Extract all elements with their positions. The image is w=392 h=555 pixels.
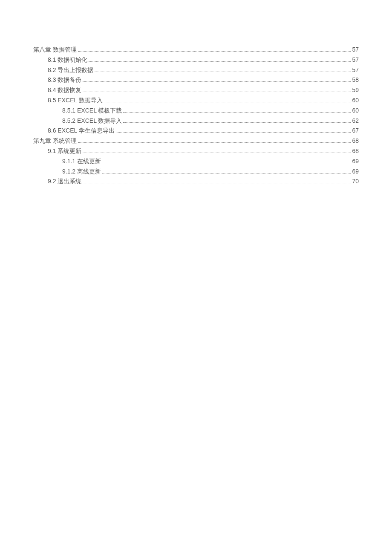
toc-leader-dots [95,72,351,72]
toc-leader-dots [83,153,351,153]
toc-page-number: 57 [352,45,359,55]
toc-entry: 8.6 EXCEL 学生信息导出 67 [33,126,359,136]
toc-entry: 8.1 数据初始化 57 [33,55,359,65]
toc-entry: 8.4 数据恢复 59 [33,85,359,95]
toc-label: 8.2 导出上报数据 [48,65,93,75]
toc-entry: 8.5.1 EXCEL 模板下载 60 [33,106,359,116]
toc-page-number: 58 [352,75,359,85]
toc-entry: 9.2 退出系统 70 [33,176,359,187]
toc-leader-dots [78,51,351,52]
toc-leader-dots [83,92,351,92]
toc-page-number: 69 [352,156,359,167]
table-of-contents: 第八章 数据管理 57 8.1 数据初始化 57 8.2 导出上报数据 57 8… [33,45,359,187]
toc-label: 8.3 数据备份 [48,75,81,85]
toc-label: 8.4 数据恢复 [48,85,81,95]
toc-page-number: 60 [352,95,359,106]
toc-label: 9.1.1 在线更新 [62,156,101,167]
toc-leader-dots [123,122,351,123]
toc-page-number: 68 [352,136,359,146]
toc-page-number: 57 [352,65,359,75]
toc-leader-dots [102,163,351,163]
toc-label: 第八章 数据管理 [33,45,77,55]
toc-entry: 8.5 EXCEL 数据导入 60 [33,95,359,106]
toc-label: 9.1 系统更新 [48,146,81,156]
toc-leader-dots [78,142,351,143]
toc-entry: 9.1 系统更新 68 [33,146,359,156]
toc-leader-dots [89,61,351,62]
toc-entry: 第九章 系统管理 68 [33,136,359,146]
toc-leader-dots [104,102,351,102]
toc-page-number: 68 [352,146,359,156]
toc-page-number: 60 [352,106,359,116]
toc-page-number: 57 [352,55,359,65]
toc-entry: 8.3 数据备份 58 [33,75,359,85]
toc-page-number: 70 [352,176,359,187]
toc-label: 第九章 系统管理 [33,136,77,146]
toc-entry: 8.2 导出上报数据 57 [33,65,359,75]
toc-label: 8.6 EXCEL 学生信息导出 [48,126,115,136]
toc-label: 8.1 数据初始化 [48,55,87,65]
toc-label: 9.2 退出系统 [48,176,81,187]
toc-label: 8.5 EXCEL 数据导入 [48,95,103,106]
toc-leader-dots [83,81,351,82]
toc-leader-dots [102,173,351,173]
toc-leader-dots [83,183,351,183]
toc-label: 8.5.1 EXCEL 模板下载 [62,106,122,116]
toc-page-number: 59 [352,85,359,95]
toc-label: 9.1.2 离线更新 [62,167,101,177]
toc-entry: 第八章 数据管理 57 [33,45,359,55]
toc-page-number: 69 [352,167,359,177]
toc-leader-dots [123,112,351,113]
toc-label: 8.5.2 EXCEL 数据导入 [62,116,122,126]
toc-leader-dots [116,132,351,133]
toc-entry: 9.1.2 离线更新 69 [33,167,359,177]
header-rule [33,30,359,30]
toc-page-number: 62 [352,116,359,126]
toc-entry: 9.1.1 在线更新 69 [33,156,359,167]
toc-entry: 8.5.2 EXCEL 数据导入 62 [33,116,359,126]
toc-page-number: 67 [352,126,359,136]
